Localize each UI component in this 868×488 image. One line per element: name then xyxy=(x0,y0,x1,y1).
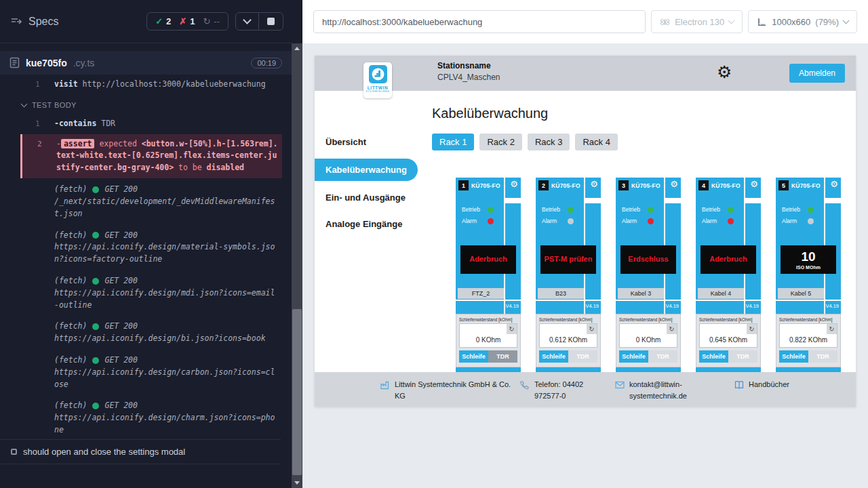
schleife-button[interactable]: Schleife xyxy=(699,350,728,363)
panel-divider xyxy=(696,300,761,301)
rack-tab[interactable]: Rack 4 xyxy=(575,134,617,150)
sidebar-item[interactable]: Übersicht xyxy=(315,129,422,155)
module-gear-icon[interactable]: ⚙ xyxy=(590,179,598,189)
logout-button[interactable]: Abmelden xyxy=(789,64,845,83)
stop-icon xyxy=(267,18,275,25)
fetch-log-row[interactable]: (fetch) GET 200 https://api.iconify.desi… xyxy=(20,315,282,349)
fetch-log-row[interactable]: (fetch) GET 200 https://api.iconify.desi… xyxy=(20,224,282,270)
footer-manuals[interactable]: Handbücher xyxy=(734,379,789,390)
schleife-button[interactable]: Schleife xyxy=(619,350,648,363)
cable-name: Kabel 5 xyxy=(778,288,824,299)
refresh-icon[interactable]: ↻ xyxy=(507,324,517,334)
scrollbar-thumb[interactable] xyxy=(292,309,302,475)
footer-company: Littwin Systemtechnik GmbH & Co. KG xyxy=(380,379,513,401)
resistance-label: Schleifenwiderstand [kOhm] xyxy=(459,317,517,322)
littwin-logo: LITTWIN SYSTEMTECHNIK xyxy=(363,62,392,98)
tdr-button[interactable]: TDR xyxy=(648,350,677,363)
fetch-log-row[interactable]: (fetch) GET 200 /_next/static/developmen… xyxy=(20,178,282,224)
aut-panel: Electron 130 1000x660 (79%) xyxy=(302,0,868,488)
module-model: KÜ705-FO xyxy=(471,182,500,190)
rack-tabs: Rack 1 Rack 2 Rack 3 Rack 4 xyxy=(432,134,856,150)
sidebar-item[interactable]: Ein- und Ausgänge xyxy=(315,184,422,211)
specs-label: Specs xyxy=(28,16,58,28)
module-header: 1 KÜ705-FO ⚙ xyxy=(456,178,521,190)
cable-name: FTZ_2 xyxy=(458,288,504,299)
sidebar-item[interactable]: Analoge Eingänge xyxy=(315,211,422,237)
littwin-app: LITTWIN SYSTEMTECHNIK Stationsname CPLV4… xyxy=(315,56,856,407)
rack-tab[interactable]: Rack 3 xyxy=(528,134,570,150)
module-gear-icon[interactable]: ⚙ xyxy=(830,179,838,189)
refresh-icon[interactable]: ↻ xyxy=(667,324,677,334)
firmware-version: V4.19 xyxy=(665,303,679,309)
url-input[interactable] xyxy=(313,10,646,33)
station-label: Stationsname xyxy=(437,61,500,70)
cable-name: Kabel 4 xyxy=(698,288,744,299)
command-assert-failed[interactable]: 2 -assert expected <button.w-[50%].h-[1.… xyxy=(20,134,282,178)
resistance-readout: ↻ 0 KOhm xyxy=(459,323,517,348)
schleife-button[interactable]: Schleife xyxy=(459,350,488,363)
pending-test-row[interactable]: should open and close the settings modal xyxy=(0,439,281,464)
tdr-button[interactable]: TDR xyxy=(568,350,597,363)
module-gear-icon[interactable]: ⚙ xyxy=(510,179,518,189)
panel-divider xyxy=(745,198,761,203)
pending-refresh-icon: ↻ xyxy=(203,16,210,26)
betrieb-led xyxy=(808,207,814,213)
resistance-readout: ↻ 0.645 KOhm xyxy=(699,323,757,348)
module-gear-icon[interactable]: ⚙ xyxy=(670,179,678,189)
spec-file-row[interactable]: kue705fo .cy.ts 00:19 xyxy=(0,51,292,75)
scroll-up-arrow-icon[interactable] xyxy=(294,47,300,50)
specs-title[interactable]: Specs xyxy=(11,16,140,28)
status-ok-dot-icon xyxy=(92,323,99,330)
sidebar-item[interactable]: Kabelüberwachung xyxy=(315,159,418,181)
collapse-button[interactable] xyxy=(236,13,258,30)
command-visit[interactable]: 1 visit http://localhost:3000/kabelueber… xyxy=(20,75,282,95)
tdr-button[interactable]: TDR xyxy=(728,350,757,363)
reporter-scrollbar[interactable] xyxy=(292,43,302,488)
resistance-label: Schleifenwiderstand [kOhm] xyxy=(619,317,677,322)
footer-phone[interactable]: Telefon: 04402 972577-0 xyxy=(519,379,605,401)
scroll-down-arrow-icon[interactable] xyxy=(294,481,300,485)
schleife-button[interactable]: Schleife xyxy=(779,350,808,363)
footer-email[interactable]: kontakt@littwin-systemtechnik.de xyxy=(614,379,716,401)
fetch-log-row[interactable]: (fetch) GET 200 https://api.iconify.desi… xyxy=(20,270,282,315)
schleife-button[interactable]: Schleife xyxy=(539,350,568,363)
panel-divider xyxy=(536,300,601,301)
cable-name: Kabel 3 xyxy=(618,288,664,299)
refresh-icon[interactable]: ↻ xyxy=(587,324,597,334)
browser-select[interactable]: Electron 130 xyxy=(651,10,743,33)
mode-buttons: Schleife TDR xyxy=(539,350,597,363)
zoom-percent: (79%) xyxy=(815,17,839,27)
test-stats[interactable]: ✓ 2 ✗ 1 ↻ -- xyxy=(146,12,229,30)
tdr-button[interactable]: TDR xyxy=(808,350,837,363)
resistance-section: Schleifenwiderstand [kOhm] ↻ 0.822 KOhm … xyxy=(776,314,841,367)
tdr-button[interactable]: TDR xyxy=(488,350,517,363)
module-number-badge: 2 xyxy=(538,180,549,190)
fetch-log: (fetch) GET 200 /_next/static/developmen… xyxy=(20,178,282,441)
rack-tab[interactable]: Rack 2 xyxy=(479,134,521,150)
browser-bar: Electron 130 1000x660 (79%) xyxy=(302,0,868,43)
chevron-down-icon xyxy=(728,18,735,24)
module-card: 2 KÜ705-FO ⚙ Betrieb xyxy=(536,178,601,372)
book-icon xyxy=(734,380,745,390)
rack-tab[interactable]: Rack 1 xyxy=(432,134,474,150)
viewport-select[interactable]: 1000x660 (79%) xyxy=(748,10,857,33)
module-display: Aderbruch xyxy=(460,245,516,274)
module-display: PST-M prüfen xyxy=(540,245,596,274)
pending-test-icon xyxy=(11,449,17,455)
module-model: KÜ705-FO xyxy=(551,182,580,190)
stop-button[interactable] xyxy=(258,13,283,30)
mode-buttons: Schleife TDR xyxy=(459,350,517,363)
refresh-icon[interactable]: ↻ xyxy=(747,324,757,334)
panel-divider xyxy=(616,300,681,301)
betrieb-led xyxy=(728,207,734,213)
fetch-log-row[interactable]: (fetch) GET 200 https://api.iconify.desi… xyxy=(20,349,282,394)
test-body-section[interactable]: TEST BODY xyxy=(20,95,282,114)
module-gear-icon[interactable]: ⚙ xyxy=(750,179,758,189)
module-header: 2 KÜ705-FO ⚙ xyxy=(536,178,601,190)
settings-gear-icon[interactable]: ⚙ xyxy=(717,62,732,82)
fetch-log-row[interactable]: (fetch) GET 200 https://api.iconify.desi… xyxy=(20,394,282,440)
betrieb-led xyxy=(568,207,574,213)
status-indicators: Betrieb Alarm xyxy=(462,206,494,229)
command-contains[interactable]: 1 -contains TDR xyxy=(20,114,282,134)
refresh-icon[interactable]: ↻ xyxy=(827,324,837,334)
